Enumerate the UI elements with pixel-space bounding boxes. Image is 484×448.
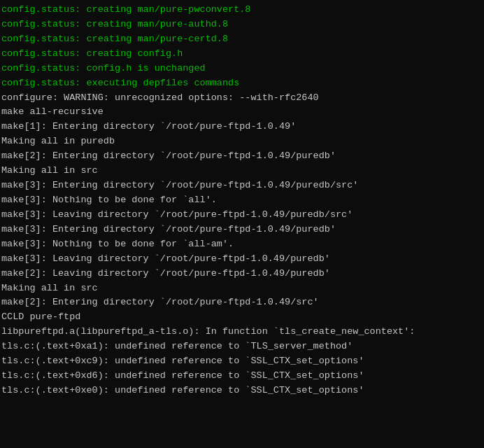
terminal-line: make[3]: Entering directory `/root/pure-… (1, 178, 483, 193)
terminal-line: tls.c:(.text+0xe0): undefined reference … (1, 384, 483, 398)
terminal-line: Making all in src (1, 281, 483, 296)
terminal-line: tls.c:(.text+0xd6): undefined reference … (1, 369, 483, 384)
terminal-line: config.status: creating config.h (1, 47, 483, 62)
terminal-line: libpureftpd.a(libpureftpd_a-tls.o): In f… (1, 325, 483, 340)
terminal-line: tls.c:(.text+0xc9): undefined reference … (1, 354, 483, 369)
terminal-line: make[3]: Nothing to be done for `all-am'… (1, 237, 483, 252)
terminal-line: make[2]: Leaving directory `/root/pure-f… (1, 267, 483, 281)
terminal-line: make[1]: Entering directory `/root/pure-… (1, 120, 483, 134)
terminal-line: configure: WARNING: unrecognized options… (1, 91, 483, 106)
terminal-line: tls.c:(.text+0xa1): undefined reference … (1, 340, 483, 354)
terminal-line: make[3]: Leaving directory `/root/pure-f… (1, 252, 483, 267)
terminal-line: make[2]: Entering directory `/root/pure-… (1, 295, 483, 310)
terminal-line: make all-recursive (1, 105, 483, 120)
terminal-line: Making all in puredb (1, 134, 483, 149)
terminal-line: config.status: creating man/pure-authd.8 (1, 18, 483, 32)
terminal-line: make[3]: Leaving directory `/root/pure-f… (1, 208, 483, 223)
terminal-window: config.status: creating man/pure-pwconve… (0, 0, 484, 448)
terminal-line: config.status: creating man/pure-pwconve… (1, 3, 483, 18)
terminal-line: config.status: config.h is unchanged (1, 62, 483, 76)
terminal-line: config.status: creating man/pure-certd.8 (1, 32, 483, 47)
terminal-line: Making all in src (1, 164, 483, 178)
terminal-line: config.status: executing depfiles comman… (1, 76, 483, 91)
terminal-line: make[2]: Entering directory `/root/pure-… (1, 149, 483, 164)
terminal-line: CCLD pure-ftpd (1, 310, 483, 325)
terminal-output: config.status: creating man/pure-pwconve… (1, 3, 483, 398)
terminal-line: make[3]: Entering directory `/root/pure-… (1, 223, 483, 237)
terminal-line: make[3]: Nothing to be done for `all'. (1, 193, 483, 208)
